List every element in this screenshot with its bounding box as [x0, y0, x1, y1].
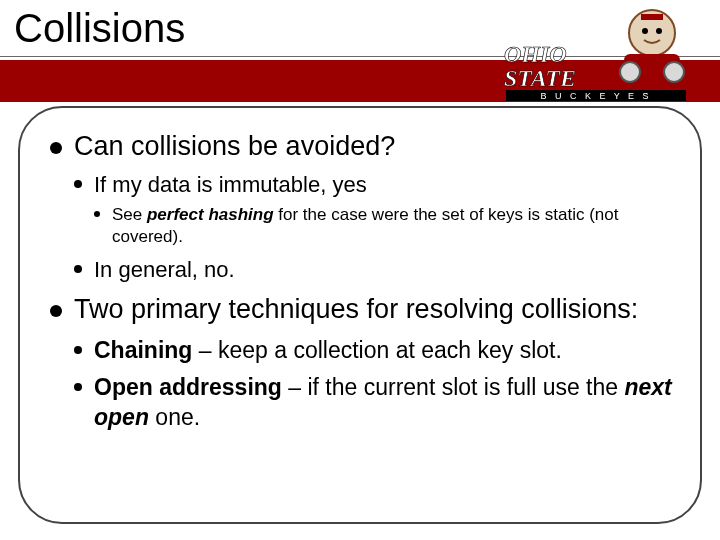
subpoint-chaining: Chaining – keep a collection at each key… [74, 336, 672, 365]
point-text: Can collisions be avoided? [74, 131, 395, 161]
svg-point-1 [642, 28, 648, 34]
emphasis-perfect-hashing: perfect hashing [147, 205, 274, 224]
svg-point-6 [664, 62, 684, 82]
content-card: Can collisions be avoided? If my data is… [18, 106, 702, 524]
subpoint-text: In general, no. [94, 257, 235, 282]
subpoint-text: If my data is immutable, yes [94, 172, 367, 197]
term-open-addressing: Open addressing [94, 374, 282, 400]
svg-text:OHIO: OHIO [504, 41, 567, 67]
bullet-list: Can collisions be avoided? If my data is… [50, 130, 672, 432]
term-chaining: Chaining [94, 337, 192, 363]
subsubpoint-perfect-hashing: See perfect hashing for the case were th… [94, 204, 672, 248]
point-two-techniques: Two primary techniques for resolving col… [50, 293, 672, 432]
subpoint-immutable: If my data is immutable, yes See perfect… [74, 171, 672, 248]
slide-title: Collisions [14, 6, 185, 51]
point-text: Two primary techniques for resolving col… [74, 294, 638, 324]
subpoint-in-general-no: In general, no. [74, 256, 672, 283]
slide: Collisions OHIO STATE B U C K E Y E S Ca… [0, 0, 720, 540]
svg-text:B U C K E Y E S: B U C K E Y E S [540, 91, 651, 101]
svg-point-5 [620, 62, 640, 82]
svg-point-2 [656, 28, 662, 34]
ohio-state-logo: OHIO STATE B U C K E Y E S [504, 6, 692, 102]
point-can-collisions-be-avoided: Can collisions be avoided? If my data is… [50, 130, 672, 283]
svg-rect-3 [641, 14, 663, 20]
subpoint-open-addressing: Open addressing – if the current slot is… [74, 373, 672, 432]
svg-text:STATE: STATE [504, 65, 576, 91]
